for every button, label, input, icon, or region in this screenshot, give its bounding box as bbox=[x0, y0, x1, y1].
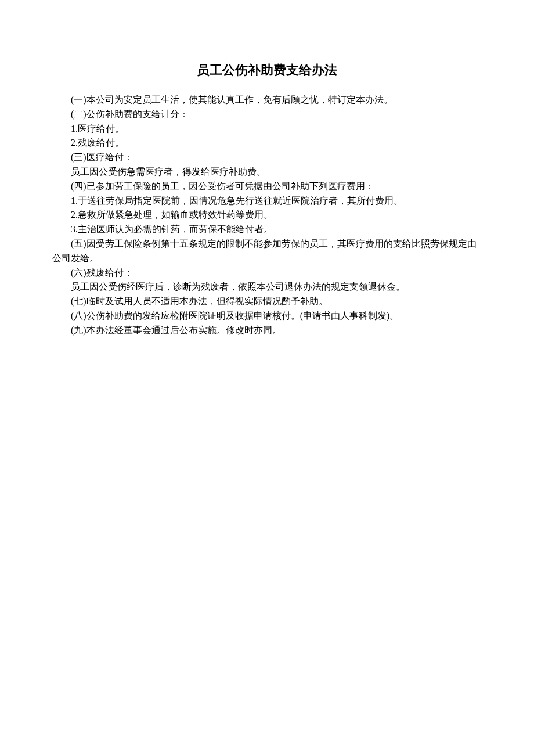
paragraph: (九)本办法经董事会通过后公布实施。修改时亦同。 bbox=[52, 323, 482, 338]
horizontal-rule bbox=[52, 44, 482, 44]
paragraph: (一)本公司为安定员工生活，使其能认真工作，免有后顾之忧，特订定本办法。 bbox=[52, 93, 482, 107]
paragraph: 2.急救所做紧急处理，如输血或特效针药等费用。 bbox=[52, 208, 482, 222]
paragraph: 2.残废给付。 bbox=[52, 136, 482, 150]
document-body: (一)本公司为安定员工生活，使其能认真工作，免有后顾之忧，特订定本办法。 (二)… bbox=[52, 93, 482, 338]
paragraph: (三)医疗给付： bbox=[52, 150, 482, 165]
document-title: 员工公伤补助费支给办法 bbox=[52, 60, 482, 80]
paragraph: 1.于送往劳保局指定医院前，因情况危急先行送往就近医院治疗者，其所付费用。 bbox=[52, 194, 482, 208]
paragraph: 1.医疗给付。 bbox=[52, 122, 482, 136]
paragraph: 3.主治医师认为必需的针药，而劳保不能给付者。 bbox=[52, 222, 482, 237]
paragraph: 员工因公受伤经医疗后，诊断为残废者，依照本公司退休办法的规定支领退休金。 bbox=[52, 280, 482, 294]
paragraph: (八)公伤补助费的发给应检附医院证明及收据申请核付。(申请书由人事科制发)。 bbox=[52, 309, 482, 323]
paragraph: (六)残废给付： bbox=[52, 266, 482, 280]
paragraph: (四)已参加劳工保险的员工，因公受伤者可凭据由公司补助下列医疗费用： bbox=[52, 179, 482, 194]
paragraph: 员工因公受伤急需医疗者，得发给医疗补助费。 bbox=[52, 165, 482, 179]
paragraph: (二)公伤补助费的支给计分： bbox=[52, 107, 482, 122]
paragraph: (七)临时及试用人员不适用本办法，但得视实际情况酌予补助。 bbox=[52, 294, 482, 309]
paragraph: (五)因受劳工保险条例第十五条规定的限制不能参加劳保的员工，其医疗费用的支给比照… bbox=[52, 237, 482, 266]
